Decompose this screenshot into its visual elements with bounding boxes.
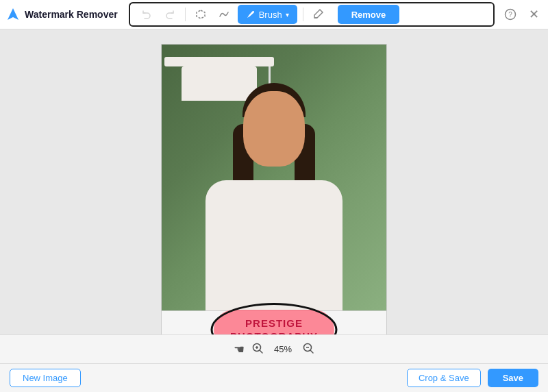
graduation-gown [206, 180, 342, 310]
close-button[interactable]: ✕ [525, 5, 543, 23]
crop-save-button[interactable]: Crop & Save [407, 369, 481, 387]
brush-label: Brush [259, 10, 282, 20]
toolbar: Brush ▾ Remove [129, 2, 495, 27]
app-logo-icon [5, 7, 21, 22]
zoom-out-icon[interactable] [302, 342, 314, 357]
zoom-in-icon[interactable] [251, 342, 264, 357]
remove-button[interactable]: Remove [338, 5, 400, 24]
photo-container: PRESTIGE PHOTOGRAPHY [161, 44, 387, 349]
svg-text:?: ? [508, 11, 512, 19]
lasso-tool-button[interactable] [191, 5, 210, 24]
svg-point-1 [253, 11, 254, 12]
app-title: Watermark Remover [25, 9, 118, 20]
brush-tool-button[interactable]: Brush ▾ [238, 5, 297, 24]
cap-board [164, 57, 274, 66]
new-image-button[interactable]: New Image [10, 369, 81, 387]
hand-tool-icon[interactable]: ☚ [234, 342, 245, 357]
svg-line-7 [260, 350, 262, 353]
canvas-area: PRESTIGE PHOTOGRAPHY [0, 29, 548, 363]
photo-frame [161, 44, 387, 311]
toolbar-divider-1 [185, 8, 186, 21]
person-illustration [178, 57, 370, 310]
eraser-tool-button[interactable] [309, 5, 328, 24]
title-bar-right: ? ✕ [501, 5, 543, 23]
app-logo: Watermark Remover [5, 7, 118, 22]
save-button[interactable]: Save [488, 369, 538, 387]
zoom-percent: 45% [271, 344, 295, 354]
face [243, 91, 305, 167]
toolbar-divider-2 [303, 8, 303, 21]
freehand-tool-button[interactable] [214, 5, 234, 24]
svg-marker-0 [8, 8, 18, 20]
action-right-buttons: Crop & Save Save [407, 369, 538, 387]
title-bar: Watermark Remover Brush ▾ Remove ? ✕ [0, 0, 548, 29]
svg-line-11 [310, 350, 313, 353]
status-bar: ☚ 45% [0, 334, 548, 363]
brush-chevron-icon: ▾ [286, 11, 289, 19]
help-button[interactable]: ? [501, 5, 519, 23]
undo-button[interactable] [137, 5, 156, 24]
svg-marker-2 [314, 10, 323, 18]
redo-button[interactable] [160, 5, 179, 24]
action-bar: New Image Crop & Save Save [0, 363, 548, 392]
